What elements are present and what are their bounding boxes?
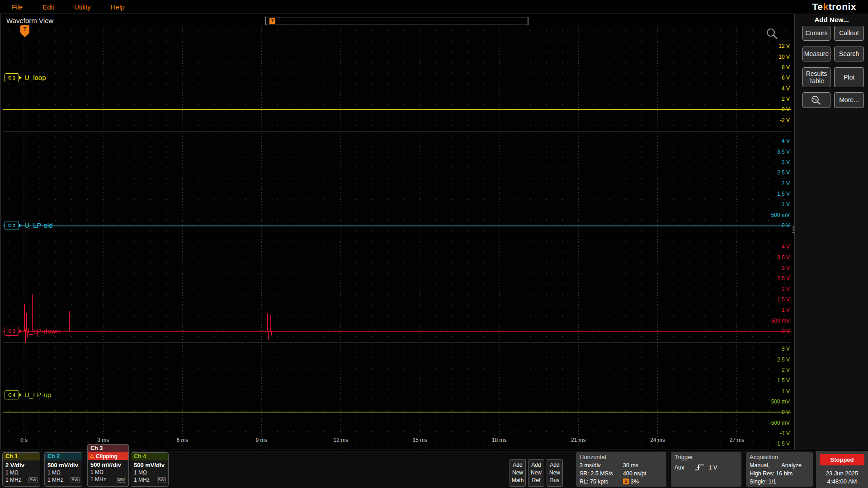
zoom-tool-button[interactable] <box>802 92 830 108</box>
plot-button[interactable]: Plot <box>834 67 864 87</box>
record-length: RL: 75 kpts <box>580 479 623 485</box>
scale-tick-label: 0 V <box>756 221 790 231</box>
scale-tick-label: 1 V <box>756 199 790 210</box>
trigger-marker[interactable]: T <box>20 25 29 37</box>
scale-tick-label: 10 V <box>756 52 790 62</box>
trigger-badge[interactable]: Trigger Aux 1 V <box>671 452 741 487</box>
channel-3-tag[interactable]: C 3 <box>5 327 19 336</box>
channel-3-badge-title: Ch 3 <box>88 445 128 452</box>
acquisition-resolution: High Res: 16 bits <box>746 470 813 477</box>
vertical-scale-ch1: 12 V10 V8 V6 V4 V2 V0 V-2 V <box>756 41 790 126</box>
channel-3-impedance: 1 MΩ <box>88 469 128 475</box>
scale-tick-label: 2 V <box>756 94 790 104</box>
channel-4-badge[interactable]: Ch 4 500 mV/div 1 MΩ 1 MHzBW <box>131 452 169 487</box>
acquisition-overview-minimap[interactable]: T <box>266 18 528 24</box>
channel-2-label[interactable]: U_LP-old <box>24 221 53 230</box>
scale-tick-label: 1.5 V <box>756 295 790 305</box>
channel-4-bandwidth: 1 MHz <box>134 477 150 483</box>
status-panel: Stopped 23 Jun 2025 4:48:00 AM <box>816 451 868 488</box>
menu-utility[interactable]: Utility <box>74 3 91 11</box>
menu-help[interactable]: Help <box>111 3 125 11</box>
scale-tick-label: 2 V <box>756 365 790 375</box>
channel-divider <box>3 237 791 237</box>
acquisition-badge[interactable]: Acquisition Manual,Analyze High Res: 16 … <box>746 452 813 487</box>
measure-button[interactable]: Measure <box>802 47 830 61</box>
add-math-line: New <box>510 469 525 477</box>
results-table-button[interactable]: Results Table <box>802 67 830 87</box>
trigger-marker-label: T <box>20 25 29 33</box>
channel-4-label[interactable]: U_LP-up <box>24 390 51 399</box>
waveform-trace-ch3[interactable] <box>3 294 791 343</box>
clipping-warning: ⚠Clipping <box>88 452 128 460</box>
channel-4-badge-title: Ch 4 <box>131 453 168 460</box>
channel-1-tag[interactable]: C 1 <box>5 73 19 82</box>
scale-tick-label: 1.5 V <box>756 375 790 386</box>
scale-tick-label: 4 V <box>756 84 790 94</box>
add-math-line: Math <box>510 477 525 484</box>
acquisition-title: Acquisition <box>746 452 813 460</box>
add-new-math-button[interactable]: Add New Math <box>509 459 526 487</box>
channel-2-tag[interactable]: C 2 <box>5 221 19 230</box>
trigger-source: Aux <box>675 465 684 471</box>
scale-tick-label: 1.5 V <box>756 189 790 199</box>
record-duration: 30 ms <box>623 462 638 469</box>
tag-arrow-icon <box>19 223 22 228</box>
add-new-bus-button[interactable]: Add New Bus <box>547 459 563 487</box>
channel-2-badge-title: Ch 2 <box>45 453 82 460</box>
magnifier-icon[interactable] <box>765 27 779 41</box>
trigger-position-line[interactable] <box>25 25 25 449</box>
panel-drag-handle[interactable] <box>793 225 794 235</box>
cursors-button[interactable]: Cursors <box>802 26 830 41</box>
add-new-ref-button[interactable]: Add New Ref <box>528 459 544 487</box>
channel-2-impedance: 1 MΩ <box>45 469 82 476</box>
scale-tick-label: 4 V <box>756 136 790 146</box>
channel-4-tag[interactable]: C 4 <box>5 390 19 399</box>
channel-1-label[interactable]: U_loop <box>24 73 46 82</box>
channel-2-badge[interactable]: Ch 2 500 mV/div 1 MΩ 1 MHzBW <box>44 452 82 487</box>
add-ref-line: New <box>528 469 544 477</box>
scale-tick-label: 1 V <box>756 305 790 315</box>
add-new-title: Add New... <box>795 16 868 23</box>
add-math-line: Add <box>510 461 525 469</box>
waveform-view-title: Waveform View <box>6 17 53 24</box>
scale-tick-label: 3 V <box>756 157 790 168</box>
bandwidth-limit-icon: BW <box>117 477 127 483</box>
x-axis-label: 21 ms <box>571 437 586 443</box>
x-axis-label: 24 ms <box>650 437 665 443</box>
search-button[interactable]: Search <box>834 47 864 61</box>
x-axis-label: 12 ms <box>333 437 348 443</box>
horizontal-badge[interactable]: Horizontal 3 ms/div30 ms SR: 2.5 MS/s400… <box>576 452 666 487</box>
menu-edit[interactable]: Edit <box>42 3 54 11</box>
channel-3-badge[interactable]: Ch 3 ⚠Clipping 500 mV/div 1 MΩ 1 MHzBW <box>87 444 129 487</box>
callout-button[interactable]: Callout <box>834 26 864 41</box>
acquisition-mode: Manual, <box>750 462 769 469</box>
add-new-panel: Add New... Cursors Callout Measure Searc… <box>795 14 868 450</box>
channel-1-badge-title: Ch 1 <box>3 453 40 460</box>
channel-1-impedance: 1 MΩ <box>3 469 40 476</box>
channel-4-tag-label: C 4 <box>8 393 15 398</box>
scale-tick-label: 0 V <box>756 326 790 337</box>
scale-tick-label: 2 V <box>756 284 790 295</box>
x-axis-label: 6 ms <box>176 437 188 443</box>
channel-3-tag-label: C 3 <box>8 329 15 334</box>
menu-bar: File Edit Utility Help Tektronix <box>0 0 868 14</box>
channel-divider <box>3 131 791 131</box>
more-button[interactable]: More... <box>834 92 864 108</box>
run-state-badge[interactable]: Stopped <box>820 454 864 465</box>
scale-tick-label: 4 V <box>756 242 790 252</box>
tag-arrow-icon <box>19 329 22 333</box>
scale-tick-label: 500 mV <box>756 397 790 407</box>
add-bus-line: New <box>547 469 562 477</box>
minimap-trigger-flag[interactable]: T <box>269 18 275 24</box>
channel-4-impedance: 1 MΩ <box>131 469 168 476</box>
scale-tick-label: -1 V <box>756 428 790 439</box>
channel-1-scale: 2 V/div <box>3 462 40 469</box>
channel-1-badge[interactable]: Ch 1 2 V/div 1 MΩ 1 MHzBW <box>2 452 40 487</box>
vertical-scale-ch4: 3 V2.5 V2 V1.5 V1 V500 mV0 V-500 mV-1 V-… <box>756 344 790 449</box>
waveform-plot[interactable]: T C 1 C 2 C 3 C 4 U_loop U_LP-old U_LP-d… <box>3 25 791 449</box>
scale-tick-label: 3 V <box>756 263 790 273</box>
scale-tick-label: 2.5 V <box>756 168 790 178</box>
menu-file[interactable]: File <box>12 3 23 11</box>
acquisition-count: Single: 1/1 <box>746 478 813 485</box>
channel-3-label[interactable]: U_LP-down <box>24 327 60 336</box>
